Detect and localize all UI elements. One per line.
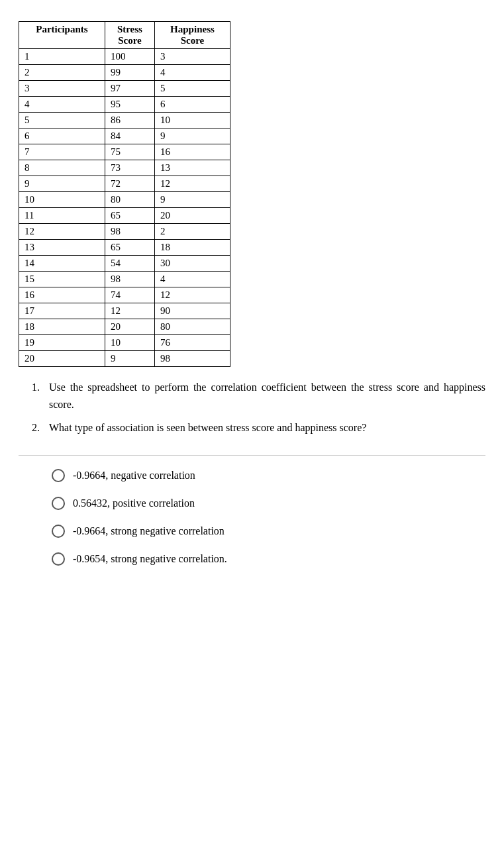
- cell-r0-c0: 1: [19, 49, 105, 65]
- table-row: 10809: [19, 192, 230, 208]
- question-2: 2. What type of association is seen betw…: [32, 419, 485, 436]
- radio-circle-3[interactable]: [52, 525, 65, 538]
- question-2-text: What type of association is seen between…: [49, 419, 485, 436]
- cell-r15-c2: 12: [154, 287, 230, 303]
- answer-options: -0.9664, negative correlation0.56432, po…: [52, 469, 485, 566]
- table-row: 12982: [19, 224, 230, 240]
- cell-r10-c1: 65: [105, 208, 154, 224]
- table-row: 145430: [19, 256, 230, 272]
- table-row: 3975: [19, 81, 230, 97]
- radio-circle-1[interactable]: [52, 469, 65, 482]
- question-1-text: Use the spreadsheet to perform the corre…: [49, 379, 485, 413]
- cell-r7-c1: 73: [105, 160, 154, 176]
- cell-r18-c2: 76: [154, 335, 230, 351]
- cell-r17-c0: 18: [19, 319, 105, 335]
- cell-r5-c0: 6: [19, 128, 105, 144]
- table-row: 2994: [19, 65, 230, 81]
- table-row: 11003: [19, 49, 230, 65]
- cell-r9-c2: 9: [154, 192, 230, 208]
- cell-r14-c0: 15: [19, 272, 105, 287]
- cell-r4-c2: 10: [154, 113, 230, 128]
- option-item-2[interactable]: 0.56432, positive correlation: [52, 497, 485, 510]
- radio-circle-4[interactable]: [52, 552, 65, 566]
- table-row: 15984: [19, 272, 230, 287]
- cell-r4-c0: 5: [19, 113, 105, 128]
- cell-r3-c1: 95: [105, 97, 154, 113]
- table-row: 87313: [19, 160, 230, 176]
- cell-r16-c0: 17: [19, 303, 105, 319]
- option-label-1: -0.9664, negative correlation: [73, 470, 195, 482]
- cell-r14-c2: 4: [154, 272, 230, 287]
- col-header-participants: Participants: [19, 22, 105, 49]
- question-1: 1. Use the spreadsheet to perform the co…: [32, 379, 485, 413]
- cell-r15-c0: 16: [19, 287, 105, 303]
- table-row: 182080: [19, 319, 230, 335]
- cell-r1-c2: 4: [154, 65, 230, 81]
- cell-r2-c1: 97: [105, 81, 154, 97]
- cell-r11-c0: 12: [19, 224, 105, 240]
- cell-r11-c2: 2: [154, 224, 230, 240]
- cell-r12-c0: 13: [19, 240, 105, 256]
- cell-r12-c2: 18: [154, 240, 230, 256]
- table-row: 116520: [19, 208, 230, 224]
- cell-r7-c2: 13: [154, 160, 230, 176]
- col-header-happiness: HappinessScore: [154, 22, 230, 49]
- option-label-3: -0.9664, strong negative correlation: [73, 525, 225, 537]
- cell-r11-c1: 98: [105, 224, 154, 240]
- question-1-number: 1.: [32, 379, 44, 413]
- cell-r0-c1: 100: [105, 49, 154, 65]
- option-item-1[interactable]: -0.9664, negative correlation: [52, 469, 485, 482]
- cell-r13-c2: 30: [154, 256, 230, 272]
- cell-r18-c0: 19: [19, 335, 105, 351]
- cell-r2-c2: 5: [154, 81, 230, 97]
- table-row: 6849: [19, 128, 230, 144]
- cell-r15-c1: 74: [105, 287, 154, 303]
- cell-r6-c0: 7: [19, 144, 105, 160]
- table-row: 171290: [19, 303, 230, 319]
- cell-r9-c0: 10: [19, 192, 105, 208]
- cell-r3-c0: 4: [19, 97, 105, 113]
- divider: [19, 455, 485, 456]
- cell-r18-c1: 10: [105, 335, 154, 351]
- cell-r2-c0: 3: [19, 81, 105, 97]
- cell-r8-c1: 72: [105, 176, 154, 192]
- table-row: 136518: [19, 240, 230, 256]
- cell-r1-c0: 2: [19, 65, 105, 81]
- radio-circle-2[interactable]: [52, 497, 65, 510]
- cell-r1-c1: 99: [105, 65, 154, 81]
- cell-r17-c2: 80: [154, 319, 230, 335]
- cell-r5-c1: 84: [105, 128, 154, 144]
- cell-r17-c1: 20: [105, 319, 154, 335]
- cell-r10-c2: 20: [154, 208, 230, 224]
- cell-r4-c1: 86: [105, 113, 154, 128]
- cell-r3-c2: 6: [154, 97, 230, 113]
- cell-r6-c2: 16: [154, 144, 230, 160]
- table-row: 4956: [19, 97, 230, 113]
- data-table: Participants StressScore HappinessScore …: [19, 21, 230, 367]
- cell-r7-c0: 8: [19, 160, 105, 176]
- cell-r19-c0: 20: [19, 351, 105, 367]
- cell-r19-c1: 9: [105, 351, 154, 367]
- cell-r13-c0: 14: [19, 256, 105, 272]
- option-item-4[interactable]: -0.9654, strong negative correlation.: [52, 552, 485, 566]
- cell-r5-c2: 9: [154, 128, 230, 144]
- cell-r16-c2: 90: [154, 303, 230, 319]
- option-label-2: 0.56432, positive correlation: [73, 497, 195, 509]
- cell-r10-c0: 11: [19, 208, 105, 224]
- table-row: 20998: [19, 351, 230, 367]
- question-2-number: 2.: [32, 419, 44, 436]
- cell-r6-c1: 75: [105, 144, 154, 160]
- questions-section: 1. Use the spreadsheet to perform the co…: [32, 379, 485, 436]
- table-row: 167412: [19, 287, 230, 303]
- cell-r16-c1: 12: [105, 303, 154, 319]
- cell-r12-c1: 65: [105, 240, 154, 256]
- option-label-4: -0.9654, strong negative correlation.: [73, 553, 227, 565]
- cell-r9-c1: 80: [105, 192, 154, 208]
- table-row: 97212: [19, 176, 230, 192]
- table-row: 191076: [19, 335, 230, 351]
- col-header-stress: StressScore: [105, 22, 154, 49]
- option-item-3[interactable]: -0.9664, strong negative correlation: [52, 525, 485, 538]
- table-row: 58610: [19, 113, 230, 128]
- cell-r8-c0: 9: [19, 176, 105, 192]
- table-row: 77516: [19, 144, 230, 160]
